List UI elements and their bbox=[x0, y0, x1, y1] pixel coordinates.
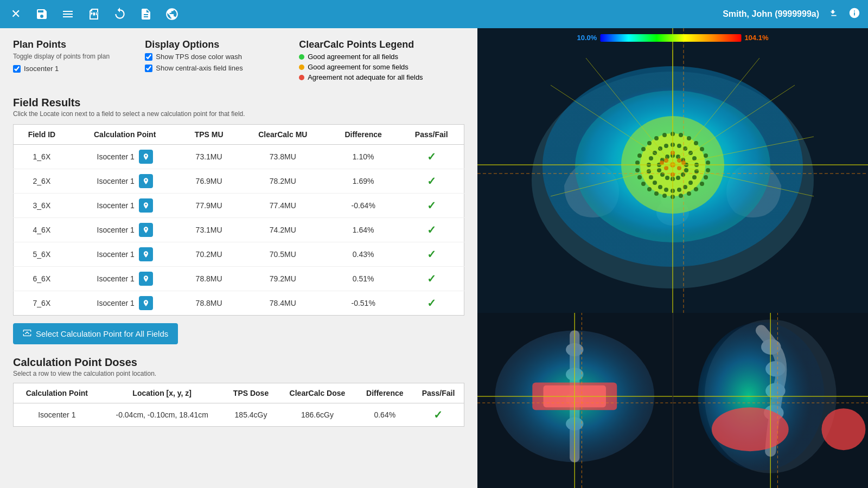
svg-point-32 bbox=[679, 194, 683, 198]
select-all-label: Select Calculation Point for All Fields bbox=[36, 329, 168, 338]
isocenter-checkbox[interactable] bbox=[13, 65, 21, 73]
coronal-ct-svg bbox=[477, 313, 673, 488]
svg-point-11 bbox=[662, 133, 667, 137]
sagittal-ct-svg bbox=[673, 313, 869, 488]
locate-button[interactable] bbox=[139, 223, 153, 237]
ct-bottom-section: Y: -0.10cm bbox=[477, 313, 868, 488]
table-row[interactable]: 4_6X Isocenter 1 73.1MU 74.2MU 1.64% ✓ bbox=[14, 218, 464, 242]
cell-field-id: 4_6X bbox=[14, 218, 70, 242]
show-field-lines-label: Show central-axis field lines bbox=[156, 64, 242, 72]
cell-pass-fail: ✓ bbox=[399, 194, 464, 218]
table-row[interactable]: 1_6X Isocenter 1 73.1MU 73.8MU 1.10% ✓ bbox=[14, 145, 464, 169]
locate-button[interactable] bbox=[139, 174, 153, 188]
svg-point-67 bbox=[660, 172, 665, 177]
table-row[interactable]: 2_6X Isocenter 1 76.9MU 78.2MU 1.69% ✓ bbox=[14, 169, 464, 194]
toolbar-right: Smith, John (9999999a) bbox=[723, 7, 860, 22]
isocenter-checkbox-row[interactable]: Isocenter 1 bbox=[13, 65, 123, 73]
cell-cc-mu: 77.4MU bbox=[238, 194, 328, 218]
col-calc-point-doses: Calculation Point bbox=[14, 383, 100, 403]
svg-point-28 bbox=[694, 187, 698, 191]
svg-point-43 bbox=[649, 156, 653, 160]
svg-point-114 bbox=[821, 408, 865, 450]
calc-doses-section: Calculation Point Doses Select a row to … bbox=[13, 356, 464, 427]
notes-icon[interactable] bbox=[138, 6, 154, 22]
cell-field-id: 7_6X bbox=[14, 291, 70, 316]
col-pass-fail: Pass/Fail bbox=[399, 125, 464, 145]
svg-point-53 bbox=[658, 185, 662, 189]
cell-calc-point: Isocenter 1 bbox=[70, 194, 180, 218]
cell-calc-point: Isocenter 1 bbox=[70, 145, 180, 169]
refresh-icon[interactable] bbox=[112, 6, 128, 22]
table-row[interactable]: 7_6X Isocenter 1 78.8MU 78.4MU -0.51% ✓ bbox=[14, 291, 464, 316]
col-pass-fail-doses: Pass/Fail bbox=[413, 383, 464, 403]
isocenter-label: Isocenter 1 bbox=[24, 65, 59, 73]
svg-point-55 bbox=[664, 188, 668, 192]
locate-button[interactable] bbox=[139, 150, 153, 164]
locate-button[interactable] bbox=[139, 247, 153, 261]
top-section: Plan Points Toggle display of points fro… bbox=[13, 39, 464, 84]
show-dose-checkbox[interactable] bbox=[145, 53, 152, 61]
pass-checkmark: ✓ bbox=[427, 175, 436, 187]
plan-points-section: Plan Points Toggle display of points fro… bbox=[13, 39, 123, 84]
svg-point-113 bbox=[711, 407, 788, 451]
svg-point-20 bbox=[706, 160, 710, 165]
cell-cc-mu: 78.4MU bbox=[238, 291, 328, 316]
svg-point-66 bbox=[681, 172, 685, 177]
cell-pass-fail: ✓ bbox=[399, 145, 464, 169]
cell-location: -0.04cm, -0.10cm, 18.41cm bbox=[100, 403, 224, 427]
locate-button[interactable] bbox=[139, 272, 153, 286]
show-field-lines-checkbox[interactable] bbox=[145, 65, 152, 72]
axial-ct-svg bbox=[477, 28, 868, 313]
colorbar-max: 104.1% bbox=[744, 34, 768, 42]
network-topology-icon[interactable] bbox=[828, 7, 840, 22]
pass-checkmark: ✓ bbox=[427, 151, 436, 163]
cell-difference: 1.69% bbox=[328, 169, 399, 194]
pass-checkmark: ✓ bbox=[433, 409, 443, 421]
col-tps-mu: TPS MU bbox=[180, 125, 238, 145]
table-row[interactable]: Isocenter 1 -0.04cm, -0.10cm, 18.41cm 18… bbox=[14, 403, 464, 427]
cell-tps-mu: 78.8MU bbox=[180, 267, 238, 291]
show-field-lines-checkbox-row[interactable]: Show central-axis field lines bbox=[145, 64, 277, 72]
table-row[interactable]: 5_6X Isocenter 1 70.2MU 70.5MU 0.43% ✓ bbox=[14, 242, 464, 267]
svg-point-29 bbox=[647, 187, 652, 191]
col-cc-dose: ClearCalc Dose bbox=[278, 383, 356, 403]
svg-point-49 bbox=[649, 175, 653, 179]
close-icon[interactable]: ✕ bbox=[8, 6, 24, 22]
svg-point-15 bbox=[647, 141, 652, 145]
sagittal-ct-view: X: -0.04cm bbox=[673, 313, 869, 488]
cell-pass-fail: ✓ bbox=[399, 267, 464, 291]
svg-point-37 bbox=[664, 144, 668, 148]
table-header-row: Field ID Calculation Point TPS MU ClearC… bbox=[14, 125, 464, 145]
svg-point-50 bbox=[688, 181, 693, 185]
network-icon[interactable] bbox=[164, 6, 180, 22]
plan-points-subtitle: Toggle display of points from plan bbox=[13, 53, 123, 60]
pass-checkmark: ✓ bbox=[427, 297, 436, 309]
cell-pass-fail: ✓ bbox=[413, 403, 464, 427]
cell-difference: 0.51% bbox=[328, 267, 399, 291]
locate-button[interactable] bbox=[139, 296, 153, 310]
table-row[interactable]: 6_6X Isocenter 1 78.8MU 79.2MU 0.51% ✓ bbox=[14, 267, 464, 291]
display-options-title: Display Options bbox=[145, 39, 277, 50]
svg-point-72 bbox=[660, 160, 664, 165]
pdf-icon[interactable] bbox=[86, 6, 102, 22]
info-icon[interactable] bbox=[848, 7, 860, 22]
svg-point-27 bbox=[641, 182, 646, 186]
locate-button[interactable] bbox=[139, 198, 153, 213]
svg-point-30 bbox=[687, 191, 691, 196]
left-panel: Plan Points Toggle display of points fro… bbox=[0, 28, 477, 488]
colorbar: 10.0% 104.1% bbox=[577, 34, 769, 42]
select-all-button[interactable]: Select Calculation Point for All Fields bbox=[13, 323, 178, 344]
menu-icon[interactable] bbox=[60, 6, 76, 22]
svg-point-69 bbox=[665, 176, 669, 180]
legend-item-orange: Good agreement for some fields bbox=[299, 63, 464, 71]
save-icon[interactable] bbox=[34, 6, 50, 22]
cell-cc-mu: 74.2MU bbox=[238, 218, 328, 242]
cell-field-id: 5_6X bbox=[14, 242, 70, 267]
cell-calc-point: Isocenter 1 bbox=[70, 291, 180, 316]
cell-cc-dose: 186.6cGy bbox=[278, 403, 356, 427]
cell-cc-mu: 79.2MU bbox=[238, 267, 328, 291]
table-row[interactable]: 3_6X Isocenter 1 77.9MU 77.4MU -0.64% ✓ bbox=[14, 194, 464, 218]
user-name: Smith, John (9999999a) bbox=[723, 9, 819, 19]
legend-label-green: Good agreement for all fields bbox=[308, 53, 398, 61]
show-dose-checkbox-row[interactable]: Show TPS dose color wash bbox=[145, 53, 277, 61]
